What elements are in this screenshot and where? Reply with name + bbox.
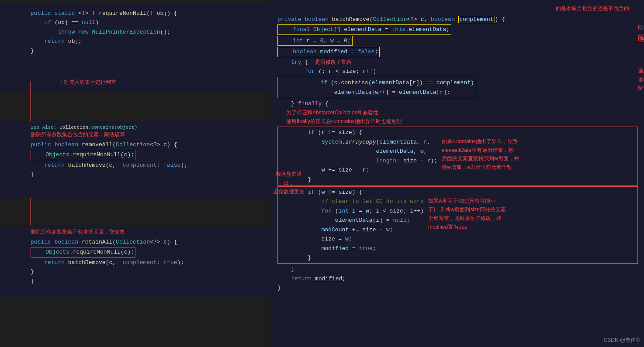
left-panel-inner: public static <T> T requireNonNull(T obj… (0, 4, 271, 343)
bot-code-block: 删除所有参数集合不包含的元素，取交集 public boolean retain… (0, 225, 271, 297)
mid-annotation: 删除所有参数集合包含的元素，除法运算 (31, 131, 265, 138)
finally-annotation2: 使用finally的形式在c.contains抛出异常时也能处理 (286, 117, 638, 126)
finally-annotation1: 为了保证和AbstarcetCollection和兼容性 (286, 109, 638, 117)
right-inner: 的是本集合包含的还是不包含的 private boolean batchRemo… (271, 0, 644, 347)
rw-annotation: r用于遍历集合，w用于保留剩下的数据 (638, 35, 644, 44)
bot-annotation: 删除所有参数集合不包含的元素，取交集 (31, 228, 265, 236)
arraycopy-annotation: 如果c.contains抛出了异常，导致elementData没有遍历结束，将r… (442, 137, 520, 172)
csdn-watermark: CSDN @老佳© (604, 336, 640, 345)
requireNonNull-box-bot: Objects.requireNonNull(c); (31, 247, 135, 257)
contains-box: if (c.contains(elementData[r]) == comple… (277, 77, 476, 98)
mid-code-block: See Also: Collection.contains(Object) 删除… (0, 121, 271, 198)
rw-box: int r = 0, w = 0; (277, 36, 353, 46)
gc-annotation: 如果w不等于size(只有可能小于)，则将w后面到size部分的元素全部置空，此… (428, 197, 507, 231)
left-panel: public static <T> T requireNonNull(T obj… (0, 0, 271, 347)
requireNonNull-box-mid: Objects.requireNonNull(c); (31, 150, 135, 160)
right-top-annotation: 的是本集合包含的还是不包含的 (277, 4, 638, 13)
elementData-box: final Object[] elementData = this.elemen… (277, 24, 451, 34)
top-code-block: public static <T> T requireNonNull(T obj… (0, 4, 271, 92)
see-also: See Also: Collection.contains(Object) (31, 125, 265, 130)
gc-block: if (w != size) { // clear to let GC do i… (277, 186, 638, 264)
right-code-area: 的是本集合包含的还是不包含的 private boolean batchRemo… (271, 0, 644, 347)
modified-box: boolean modified = false; (277, 47, 380, 57)
right-panel: 的是本集合包含的还是不包含的 private boolean batchRemo… (271, 0, 644, 347)
arraycopy-block: if (r != size) { System.arraycopy(elemen… (277, 127, 638, 186)
top-annotation: | 对传入的集合进行判空 (61, 79, 116, 86)
forloop-annotation: 遍历集合，如果c中包含且retainAll方法或者c中不包含且remove方法则… (638, 67, 644, 93)
